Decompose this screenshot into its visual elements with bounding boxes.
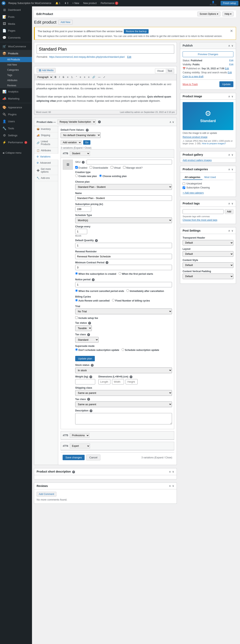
submenu-item-all-products[interactable]: All Products — [0, 57, 32, 62]
product-image-chevron-down[interactable]: ∨ — [231, 95, 233, 98]
variation-desc-textarea[interactable] — [75, 413, 172, 424]
tab-shipping[interactable]: 🚚 Shipping — [34, 132, 58, 138]
charge-every-input[interactable] — [75, 229, 87, 234]
text-tab[interactable]: Text — [166, 69, 174, 73]
view-product-link[interactable]: New product — [82, 2, 98, 4]
manage-stock-checkbox[interactable] — [123, 166, 126, 169]
content-padding-select[interactable]: Default — [183, 274, 233, 279]
schedule-type-select[interactable]: Month(s) Week(s) Year(s) — [75, 218, 172, 223]
include-setup-checkbox[interactable] — [75, 316, 78, 319]
stock-status-select[interactable]: In stock Out of stock On backorder — [75, 368, 172, 373]
sidebar-item-posts[interactable]: 📝 Posts — [0, 14, 32, 20]
trial-select[interactable]: No Trial 1 month 2 months 3 months — [75, 308, 172, 314]
tab-inventory[interactable]: 📦 Inventory — [34, 126, 58, 132]
catalog-edit-link[interactable]: Edit — [227, 71, 232, 74]
visual-tab[interactable]: Visual — [155, 69, 166, 73]
sidebar-item-performance[interactable]: ⚡ Performance 2 — [0, 139, 32, 146]
align-center-button[interactable]: ≡ — [83, 75, 86, 79]
notice-period-input[interactable] — [75, 282, 172, 287]
permalink-url[interactable]: https://woocommerce1.test-reepay.dk/inde… — [49, 56, 125, 58]
most-used-tab[interactable]: Most Used — [202, 175, 218, 180]
create-new-radio[interactable] — [75, 174, 78, 177]
updates-link[interactable]: ⬇ 0 — [63, 2, 70, 4]
subscription-created-radio[interactable] — [75, 272, 78, 275]
add-gallery-images-link[interactable]: Add product gallery images — [180, 158, 236, 162]
unordered-list-button[interactable]: ≡ — [66, 75, 70, 79]
default-qty-input[interactable] — [75, 243, 172, 248]
product-gallery-chevron-up[interactable]: ∧ — [228, 153, 230, 156]
immediately-radio[interactable] — [126, 289, 129, 292]
sub-pricing-input[interactable] — [75, 206, 91, 212]
sidebar-item-pages[interactable]: 📄 Pages — [0, 27, 32, 34]
post-settings-chevron-up[interactable]: ∧ — [228, 229, 230, 232]
sku-input[interactable] — [87, 160, 172, 164]
product-tags-chevron-up[interactable]: ∧ — [228, 202, 230, 205]
align-right-button[interactable]: ≡ — [87, 75, 91, 79]
product-gallery-chevron-down[interactable]: ∨ — [231, 153, 233, 156]
schedule-update-radio[interactable] — [122, 348, 124, 351]
link-button[interactable]: 🔗 — [91, 75, 96, 79]
help-button[interactable]: Help ▾ — [222, 12, 233, 16]
sidebar-item-media[interactable]: 🖼 Media — [0, 20, 32, 27]
activity-button[interactable]: 👤 Activity — [208, 0, 218, 6]
variation-776-image[interactable]: 🖼 — [63, 160, 73, 170]
visibility-edit-link[interactable]: Edit — [229, 63, 233, 66]
save-changes-button[interactable]: Save changes — [63, 455, 85, 460]
publish-date-edit-link[interactable]: Edit — [225, 67, 229, 70]
product-image-chevron-up[interactable]: ∧ — [228, 95, 230, 98]
publish-chevron-up[interactable]: ∧ — [228, 44, 230, 47]
tab-linked-products[interactable]: 🔗 Linked Products — [34, 138, 58, 148]
more-button[interactable]: — — [97, 75, 102, 79]
most-used-tags-link[interactable]: Choose from the most used tags — [183, 218, 217, 222]
sidebar-item-analytics[interactable]: 📊 Analytics — [0, 88, 32, 95]
submenu-item-categories[interactable]: Categories — [0, 67, 32, 72]
variation-776-attribute-select[interactable]: Student Professional Expert — [70, 151, 90, 156]
post-title-input[interactable] — [37, 45, 174, 54]
variation-775-attribute-select[interactable]: Professiona Student Expert — [70, 433, 89, 438]
product-type-select[interactable]: Reepay Variable Subscription Simple prod… — [57, 120, 96, 124]
shipping-class-select[interactable]: Same as parent — [75, 390, 172, 396]
auto-renew-radio[interactable] — [75, 299, 78, 302]
site-name-link[interactable]: Reepay Subscription for WooCommerce — [7, 2, 53, 4]
default-form-select[interactable]: No default Cleaning Variations... — [61, 132, 101, 138]
product-data-chevron-up[interactable]: ∧ — [169, 120, 171, 124]
tab-advanced[interactable]: ⚙ Advanced — [34, 160, 58, 166]
all-categories-tab[interactable]: All categories — [183, 175, 202, 180]
length-input[interactable] — [98, 379, 110, 384]
tab-variations[interactable]: ⚙ Variations — [34, 154, 58, 160]
add-category-link[interactable]: + Add new category — [183, 192, 204, 194]
new-item-btn[interactable]: + New — [71, 2, 80, 4]
status-edit-link[interactable]: Edit — [229, 59, 233, 62]
publish-chevron-down[interactable]: ∨ — [231, 44, 233, 47]
tab-attributes[interactable]: 📋 Attributes — [34, 148, 58, 154]
bold-button[interactable]: B — [53, 75, 58, 79]
tag-input[interactable] — [183, 209, 223, 214]
blockquote-button[interactable]: " — [75, 75, 78, 79]
sidebar-item-dashboard[interactable]: ⊞ Dashboard — [0, 6, 32, 14]
subscription-cleaning-checkbox[interactable] — [183, 186, 185, 189]
prepare-images-link[interactable]: How to prepare images? — [202, 142, 226, 145]
add-media-button[interactable]: 🖼 Add Media — [37, 68, 56, 73]
restore-backup-button[interactable]: Restore the backup — [124, 29, 149, 34]
downloadable-checkbox[interactable] — [90, 166, 92, 169]
notifications-link[interactable]: 🔔 1 — [54, 2, 62, 4]
tax-status-select[interactable]: Taxable None — [75, 325, 92, 331]
sidebar-item-tools[interactable]: 🔧 Tools — [0, 125, 32, 132]
remove-image-link[interactable]: Remove product image — [183, 136, 233, 138]
ordered-list-button[interactable]: 1. — [70, 75, 74, 79]
sidebar-item-marketing[interactable]: 📣 Marketing — [0, 95, 32, 102]
notice-close-button[interactable]: ✕ — [230, 29, 233, 33]
transparent-header-select[interactable]: Default — [183, 240, 233, 246]
submenu-item-tags[interactable]: Tags — [0, 72, 32, 78]
short-desc-chevron-down[interactable]: ∨ — [172, 470, 174, 473]
submenu-item-add-new[interactable]: Add New — [0, 62, 32, 67]
update-plan-button[interactable]: Update plan — [75, 356, 95, 361]
enabled-checkbox[interactable] — [75, 166, 78, 169]
submenu-item-attributes[interactable]: Attributes — [0, 78, 32, 83]
product-data-chevron-down[interactable]: ∨ — [172, 120, 174, 124]
reviews-chevron-down[interactable]: ∨ — [172, 484, 174, 487]
renewal-reminder-input[interactable] — [75, 254, 172, 259]
width-input[interactable] — [112, 379, 124, 384]
add-comment-button[interactable]: Add Comment — [37, 492, 56, 496]
dont-schedule-radio[interactable] — [75, 348, 78, 351]
